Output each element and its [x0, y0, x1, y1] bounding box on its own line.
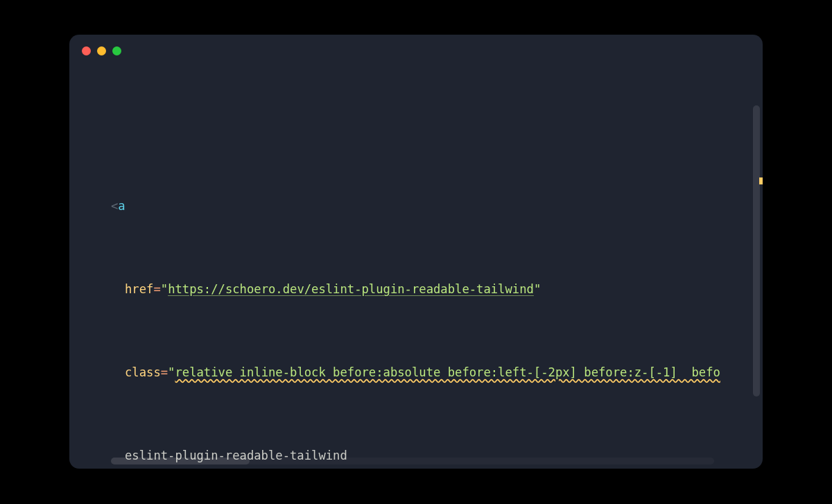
class-value-warning: relative inline-block before:absolute be…: [175, 365, 720, 379]
vertical-scrollbar-thumb[interactable]: [753, 105, 760, 397]
equals: =: [161, 365, 168, 379]
horizontal-scrollbar-thumb[interactable]: [111, 458, 250, 464]
code-block[interactable]: <a href="https://schoero.dev/eslint-plug…: [111, 133, 763, 469]
code-line[interactable]: href="https://schoero.dev/eslint-plugin-…: [111, 279, 763, 299]
minimap-marker-warning[interactable]: [759, 177, 763, 184]
editor-area[interactable]: <a href="https://schoero.dev/eslint-plug…: [69, 67, 763, 469]
editor-window: <a href="https://schoero.dev/eslint-plug…: [69, 35, 763, 469]
close-icon[interactable]: [82, 46, 91, 55]
angle-open: <: [111, 199, 118, 213]
titlebar: [69, 35, 763, 67]
quote: ": [161, 282, 168, 296]
code-line[interactable]: <a: [111, 195, 763, 216]
code-line[interactable]: class="relative inline-block before:abso…: [111, 362, 763, 383]
equals: =: [153, 282, 160, 296]
href-value: https://schoero.dev/eslint-plugin-readab…: [168, 282, 534, 296]
minimize-icon[interactable]: [97, 46, 106, 55]
vertical-scrollbar[interactable]: [753, 105, 760, 397]
horizontal-scrollbar[interactable]: [111, 458, 714, 464]
tag-name: a: [118, 199, 125, 213]
attr-name-href: href: [125, 282, 153, 296]
quote: ": [168, 365, 175, 379]
attr-name-class: class: [125, 365, 161, 379]
quote: ": [534, 282, 541, 296]
zoom-icon[interactable]: [112, 46, 121, 55]
